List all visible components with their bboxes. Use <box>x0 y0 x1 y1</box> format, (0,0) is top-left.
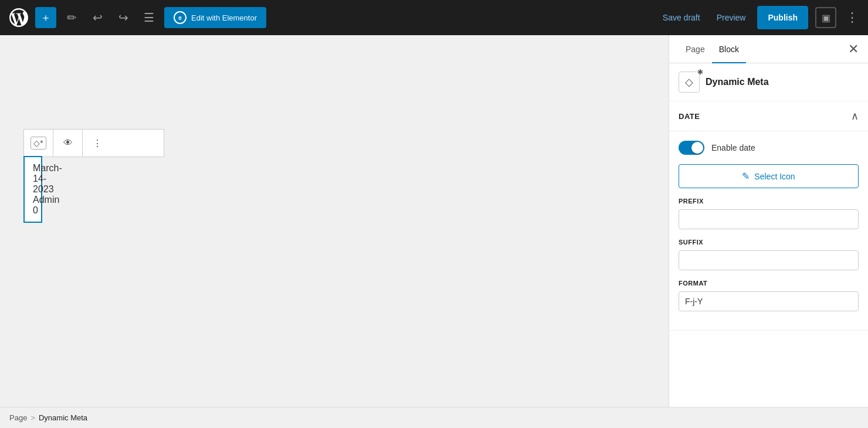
sidebar-close-button[interactable]: ✕ <box>848 43 859 56</box>
block-preview-button[interactable]: 👁 <box>53 130 83 157</box>
tab-block[interactable]: Block <box>712 35 746 63</box>
sidebar-tabs: Page Block ✕ <box>669 35 868 63</box>
date-section-title: Date <box>679 112 700 121</box>
pen-icon: ✏ <box>67 11 77 25</box>
undo-icon: ↩ <box>93 11 103 25</box>
redo-icon: ↪ <box>118 11 128 25</box>
block-more-button[interactable]: ⋮ <box>83 130 112 157</box>
select-icon-label: Select Icon <box>754 172 795 181</box>
layout-icon: ▣ <box>822 12 830 23</box>
elementor-icon: e <box>174 11 187 24</box>
prefix-label: PREFIX <box>679 198 859 205</box>
date-section-content: Enable date ✎ Select Icon PREFIX SUFFIX … <box>669 131 868 331</box>
toolbar-right: Save draft Preview Publish ▣ ⋮ <box>658 6 861 29</box>
content-block: March-14-2023 Admin 0 <box>23 156 42 223</box>
ellipsis-vertical-icon: ⋮ <box>846 10 859 25</box>
block-header: ◇ ✱ Dynamic Meta <box>669 63 868 101</box>
block-icon-wrapper: ◇ ✱ <box>679 72 700 93</box>
block-icon-star: ✱ <box>697 68 703 76</box>
enable-date-label: Enable date <box>711 143 755 152</box>
canvas: ◇* 👁 ⋮ March-14-2023 Admin 0 <box>0 35 669 407</box>
suffix-input[interactable] <box>679 250 859 270</box>
block-icon-display: ◇ <box>679 72 700 93</box>
sidebar: Page Block ✕ ◇ ✱ Dynamic Meta Date ∧ Ena… <box>669 35 868 407</box>
breadcrumb-separator: > <box>30 413 35 422</box>
main-layout: ◇* 👁 ⋮ March-14-2023 Admin 0 Page Block … <box>0 35 868 407</box>
more-options-button[interactable]: ⋮ <box>843 10 861 25</box>
publish-button[interactable]: Publish <box>757 6 808 29</box>
add-block-button[interactable]: ＋ <box>35 7 56 28</box>
list-view-button[interactable]: ☰ <box>138 7 160 28</box>
toggle-knob <box>691 142 703 154</box>
edit-elementor-button[interactable]: e Edit with Elementor <box>164 7 266 28</box>
enable-date-row: Enable date <box>679 141 859 155</box>
format-label: FORMAT <box>679 280 859 287</box>
pencil-icon: ✎ <box>742 171 750 182</box>
block-title: Dynamic Meta <box>706 77 769 87</box>
block-icon-button[interactable]: ◇* <box>24 130 53 157</box>
edit-tool-button[interactable]: ✏ <box>61 7 82 28</box>
undo-button[interactable]: ↩ <box>87 7 108 28</box>
chevron-up-icon: ∧ <box>851 110 859 123</box>
eye-icon: 👁 <box>63 138 73 148</box>
save-draft-button[interactable]: Save draft <box>658 13 705 22</box>
dynamic-meta-icon: ◇* <box>30 137 46 150</box>
breadcrumb: Page > Dynamic Meta <box>0 407 868 428</box>
redo-button[interactable]: ↪ <box>113 7 134 28</box>
wp-logo[interactable] <box>7 6 30 29</box>
plus-icon: ＋ <box>40 11 51 25</box>
breadcrumb-page-link[interactable]: Page <box>9 413 27 422</box>
settings-toggle-button[interactable]: ▣ <box>815 7 836 28</box>
format-input[interactable] <box>679 291 859 311</box>
edit-elementor-label: Edit with Elementor <box>191 13 257 22</box>
list-icon: ☰ <box>144 11 154 25</box>
date-section-header[interactable]: Date ∧ <box>669 101 868 131</box>
select-icon-button[interactable]: ✎ Select Icon <box>679 164 859 188</box>
dots-icon: ⋮ <box>93 138 102 149</box>
top-bar: ＋ ✏ ↩ ↪ ☰ e Edit with Elementor Save dra… <box>0 0 868 35</box>
block-text: March-14-2023 Admin 0 <box>33 163 62 215</box>
prefix-input[interactable] <box>679 209 859 229</box>
tab-page[interactable]: Page <box>679 35 712 63</box>
block-toolbar: ◇* 👁 ⋮ <box>23 129 164 157</box>
enable-date-toggle[interactable] <box>679 141 704 155</box>
breadcrumb-current: Dynamic Meta <box>39 413 87 422</box>
suffix-label: SUFFIX <box>679 239 859 246</box>
preview-button[interactable]: Preview <box>712 13 751 22</box>
